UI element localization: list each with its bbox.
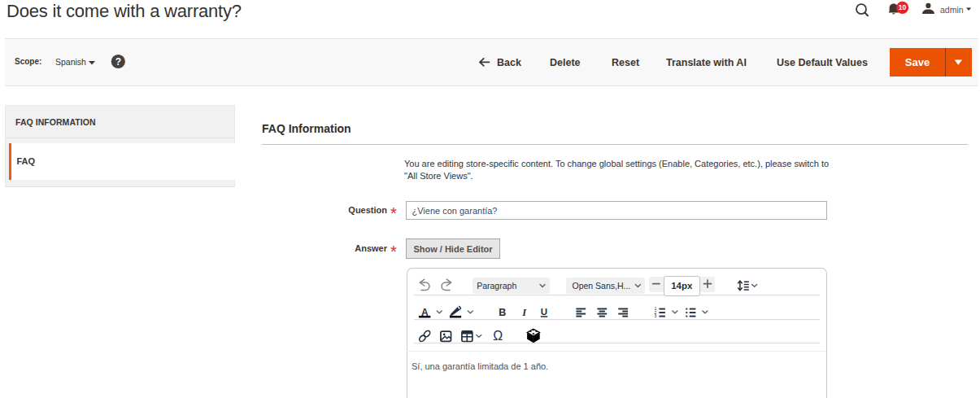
svg-text:B: B <box>499 307 506 318</box>
svg-text:U: U <box>541 307 547 317</box>
svg-text:I: I <box>521 307 527 318</box>
svg-text:?: ? <box>115 56 121 68</box>
svg-text:10: 10 <box>899 3 907 11</box>
svg-text:3: 3 <box>655 313 657 318</box>
svg-text:Ω: Ω <box>493 329 503 343</box>
